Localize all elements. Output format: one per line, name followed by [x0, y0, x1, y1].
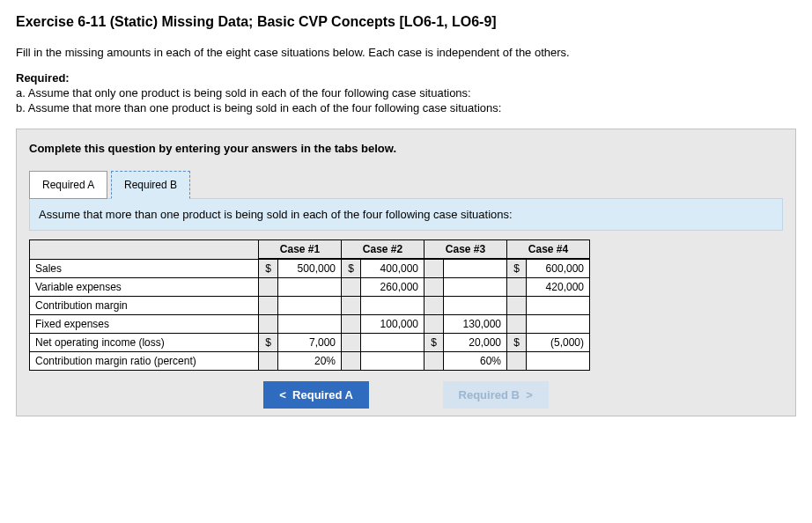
- c2-sales-cur: $: [342, 259, 361, 278]
- c2-sales-val[interactable]: 400,000: [361, 259, 424, 278]
- chevron-right-icon: >: [526, 388, 533, 401]
- c1-sales-cur: $: [259, 259, 278, 278]
- label-noi: Net operating income (loss): [30, 334, 259, 352]
- label-fixed: Fixed expenses: [30, 315, 259, 334]
- c4-varexp-val[interactable]: 420,000: [527, 278, 590, 297]
- c1-noi-val[interactable]: 7,000: [278, 334, 342, 352]
- required-label: Required:: [16, 71, 796, 85]
- c2-varexp-val[interactable]: 260,000: [361, 278, 424, 297]
- assumption-text: Assume that more than one product is bei…: [29, 198, 783, 231]
- instruction-text: Complete this question by entering your …: [29, 142, 783, 155]
- row-cmr: Contribution margin ratio (percent) 20% …: [30, 352, 590, 371]
- question-panel: Complete this question by entering your …: [16, 129, 796, 416]
- required-b-text: b. Assume that more than one product is …: [16, 101, 796, 114]
- required-a-text: a. Assume that only one product is being…: [16, 86, 796, 99]
- c4-noi-cur: $: [507, 334, 527, 352]
- c2-cm-input[interactable]: [361, 297, 424, 315]
- c3-cmr-val[interactable]: 60%: [444, 352, 507, 371]
- prev-button[interactable]: < Required A: [263, 381, 369, 409]
- col-case2: Case #2: [342, 240, 424, 260]
- row-sales: Sales $ 500,000 $ 400,000 $ 600,000: [30, 259, 590, 278]
- c3-noi-val[interactable]: 20,000: [444, 334, 507, 352]
- c3-varexp-input[interactable]: [444, 278, 507, 297]
- row-noi: Net operating income (loss) $ 7,000 $ 20…: [30, 334, 590, 352]
- label-cmr: Contribution margin ratio (percent): [30, 352, 259, 371]
- c1-varexp-input[interactable]: [278, 278, 342, 297]
- c4-cm-input[interactable]: [527, 297, 590, 315]
- c1-noi-cur: $: [259, 334, 278, 352]
- c1-cmr-val[interactable]: 20%: [278, 352, 342, 371]
- c1-cm-input[interactable]: [278, 297, 342, 315]
- intro-text: Fill in the missing amounts in each of t…: [16, 46, 796, 59]
- next-button-label: Required B: [459, 388, 520, 401]
- page-title: Exercise 6-11 (Static) Missing Data; Bas…: [16, 14, 796, 30]
- row-varexp: Variable expenses 260,000 420,000: [30, 278, 590, 297]
- c4-sales-val[interactable]: 600,000: [527, 259, 590, 278]
- c4-noi-val[interactable]: (5,000): [527, 334, 590, 352]
- c3-sales-input[interactable]: [444, 259, 507, 278]
- label-varexp: Variable expenses: [30, 278, 259, 297]
- label-cm: Contribution margin: [30, 297, 259, 315]
- col-case1: Case #1: [259, 240, 342, 260]
- tab-bar: Required A Required B: [29, 171, 783, 199]
- c1-fixed-input[interactable]: [278, 315, 342, 334]
- row-cm: Contribution margin: [30, 297, 590, 315]
- c2-noi-input[interactable]: [361, 334, 424, 352]
- label-sales: Sales: [30, 259, 259, 278]
- c4-cmr-input[interactable]: [527, 352, 590, 371]
- c3-fixed-val[interactable]: 130,000: [444, 315, 507, 334]
- c2-cmr-input[interactable]: [361, 352, 424, 371]
- col-case4: Case #4: [507, 240, 590, 260]
- row-fixed: Fixed expenses 100,000 130,000: [30, 315, 590, 334]
- c4-sales-cur: $: [507, 259, 527, 278]
- c2-fixed-val[interactable]: 100,000: [361, 315, 424, 334]
- c4-fixed-input[interactable]: [527, 315, 590, 334]
- case-table: Case #1 Case #2 Case #3 Case #4 Sales $ …: [29, 239, 590, 371]
- tab-required-b[interactable]: Required B: [111, 171, 190, 199]
- c1-sales-val[interactable]: 500,000: [278, 259, 342, 278]
- chevron-left-icon: <: [279, 388, 286, 401]
- c3-cm-input[interactable]: [444, 297, 507, 315]
- c3-sales-cur: [424, 259, 444, 278]
- prev-button-label: Required A: [292, 388, 353, 401]
- c3-noi-cur: $: [424, 334, 444, 352]
- next-button[interactable]: Required B >: [443, 381, 549, 409]
- col-case3: Case #3: [424, 240, 507, 260]
- tab-required-a[interactable]: Required A: [29, 171, 107, 199]
